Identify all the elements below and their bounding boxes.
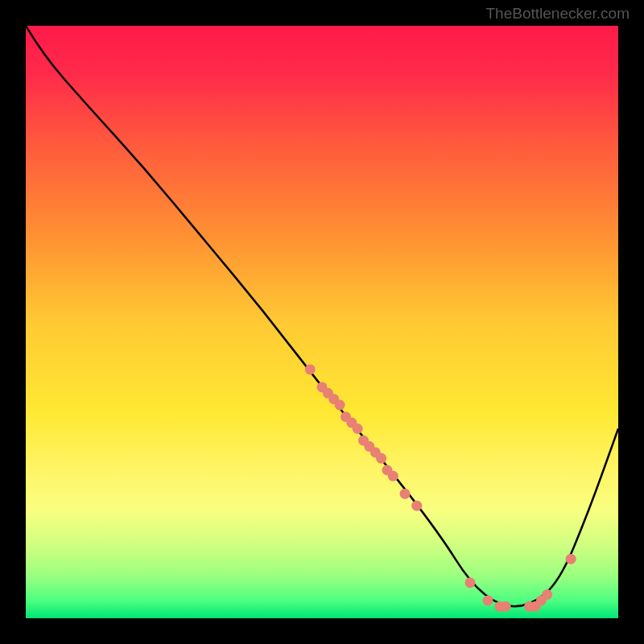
data-point [411, 501, 422, 511]
data-point [400, 489, 411, 499]
bottleneck-curve-svg [26, 26, 618, 618]
data-point [542, 589, 552, 600]
data-point [353, 423, 363, 434]
data-point [388, 471, 398, 481]
data-point [566, 554, 576, 564]
data-point [335, 400, 345, 411]
scatter-dots [305, 364, 576, 611]
watermark-text: TheBottlenecker.com [486, 5, 630, 23]
data-point [305, 364, 316, 374]
data-point [465, 577, 476, 588]
bottleneck-curve [26, 26, 618, 606]
data-point [376, 453, 386, 464]
data-point [483, 595, 493, 605]
data-point [501, 601, 511, 612]
plot-area [26, 26, 618, 618]
